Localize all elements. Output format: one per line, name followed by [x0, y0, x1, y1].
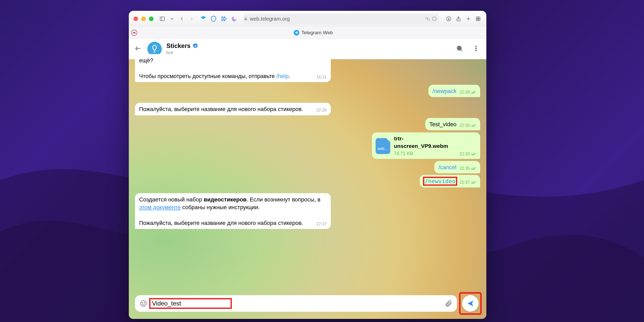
- messages-pane[interactable]: ещё? Чтобы просмотреть доступные команды…: [129, 59, 486, 319]
- file-size: 74.71 KB: [394, 150, 453, 157]
- svg-point-16: [131, 30, 137, 36]
- svg-point-25: [142, 302, 143, 303]
- message-input-box: [135, 295, 457, 312]
- maximize-window[interactable]: [149, 16, 154, 21]
- url-text: web.telegram.org: [250, 16, 290, 22]
- svg-point-21: [476, 46, 477, 47]
- nav-forward-icon[interactable]: [188, 15, 195, 22]
- tab-overview-icon[interactable]: [474, 15, 482, 22]
- window-controls: [133, 16, 154, 21]
- svg-point-24: [141, 301, 147, 307]
- address-bar[interactable]: web.telegram.org: [244, 14, 439, 24]
- svg-point-26: [144, 302, 145, 303]
- doc-link[interactable]: этом документе: [139, 204, 181, 210]
- search-icon[interactable]: [456, 45, 464, 53]
- adblock-icon[interactable]: [210, 15, 217, 22]
- message-out[interactable]: /cancel 22:35: [434, 161, 480, 173]
- svg-rect-0: [160, 17, 165, 21]
- command-link[interactable]: /help: [276, 73, 289, 79]
- message-time: 16:31: [316, 74, 327, 80]
- skip-icon[interactable]: [221, 15, 227, 22]
- back-button[interactable]: [134, 45, 143, 53]
- translate-icon[interactable]: [425, 16, 430, 21]
- new-tab-icon[interactable]: [465, 15, 472, 22]
- message-out[interactable]: /newpack 22:26: [428, 85, 480, 97]
- chat-app: Stickers bot ещё? Чтобы просмотреть дост…: [129, 39, 486, 319]
- reload-icon[interactable]: [432, 16, 437, 21]
- svg-rect-12: [476, 17, 478, 19]
- svg-rect-13: [478, 17, 480, 19]
- close-window[interactable]: [133, 16, 138, 21]
- svg-rect-14: [476, 19, 478, 21]
- file-icon: web…: [376, 138, 390, 154]
- minimize-window[interactable]: [141, 16, 146, 21]
- emoji-icon[interactable]: [140, 300, 147, 307]
- svg-marker-2: [222, 16, 224, 21]
- svg-point-19: [457, 46, 461, 50]
- nav-back-icon[interactable]: [178, 15, 185, 22]
- message-in[interactable]: Создается новый набор видеостикеров. Есл…: [135, 193, 331, 229]
- browser-window: web.telegram.org Telegram Web Stickers: [129, 11, 486, 319]
- telegram-icon: [294, 30, 299, 36]
- share-icon[interactable]: [455, 15, 462, 22]
- tab-title: Telegram Web: [301, 30, 333, 36]
- chat-name: Stickers: [166, 42, 190, 49]
- svg-point-18: [154, 46, 155, 47]
- read-ticks-icon: [471, 91, 476, 94]
- command-link[interactable]: /newpack: [433, 88, 456, 94]
- attach-icon[interactable]: [445, 300, 452, 307]
- message-in[interactable]: Пожалуйста, выберите название для нового…: [135, 103, 331, 115]
- tab-strip: Telegram Web: [129, 27, 486, 39]
- svg-rect-4: [245, 19, 247, 20]
- extension-icon[interactable]: [200, 15, 207, 22]
- message-file[interactable]: web… trtr-unscreen_VP9.webm 74.71 KB 22:…: [372, 132, 480, 159]
- composer: [135, 294, 480, 313]
- svg-point-22: [476, 48, 477, 49]
- favicon[interactable]: [131, 29, 138, 36]
- svg-point-23: [476, 50, 477, 51]
- message-out-highlighted[interactable]: /newvideo 22:37: [420, 175, 480, 187]
- message-in[interactable]: ещё? Чтобы просмотреть доступные команды…: [135, 54, 331, 82]
- message-out[interactable]: Test_video 22:26: [425, 118, 480, 130]
- download-icon[interactable]: [445, 15, 452, 22]
- message-input[interactable]: [152, 300, 229, 307]
- lock-icon: [244, 17, 248, 21]
- sidebar-toggle-icon[interactable]: [159, 15, 166, 22]
- browser-toolbar: web.telegram.org: [129, 11, 486, 27]
- send-button[interactable]: [462, 295, 479, 312]
- moon-icon[interactable]: [231, 15, 238, 22]
- more-icon[interactable]: [472, 45, 481, 53]
- command-link[interactable]: /newvideo: [424, 177, 456, 185]
- svg-line-20: [461, 49, 462, 51]
- svg-rect-15: [478, 19, 480, 21]
- file-name: trtr-unscreen_VP9.webm: [394, 135, 453, 150]
- verified-icon: [192, 43, 198, 49]
- chevron-down-icon[interactable]: [168, 15, 176, 22]
